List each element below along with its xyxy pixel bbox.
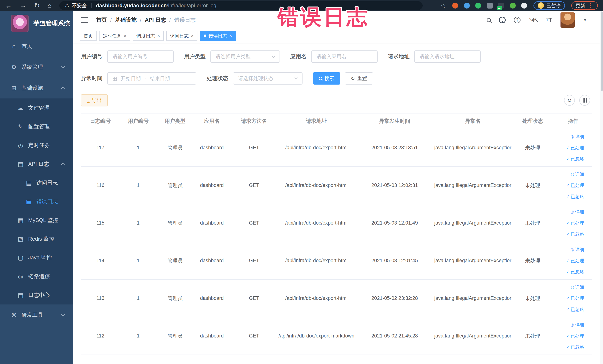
browser-menu-icon[interactable]: ⋮ [587, 2, 593, 9]
close-icon[interactable]: × [157, 33, 160, 38]
user-avatar[interactable] [560, 12, 575, 28]
process-status-select[interactable]: 请选择处理状态 [233, 72, 302, 84]
detail-link[interactable]: ◎详细 [570, 209, 584, 215]
sidebar-item-mysql-monitor[interactable]: ▦MySQL 监控 [0, 211, 73, 230]
user-id-input[interactable]: 请输入用户编号 [107, 50, 174, 63]
sidebar-item-trace[interactable]: ◎链路追踪 [0, 267, 73, 286]
processed-link[interactable]: ✓已处理 [566, 145, 584, 151]
sidebar-item-file-manage[interactable]: ☁文件管理 [0, 98, 73, 117]
tab-访问日志[interactable]: 访问日志× [166, 31, 197, 41]
cell-exception: java.lang.IllegalArgumentException [434, 166, 511, 204]
check-icon: ✓ [566, 156, 570, 161]
devtools-icon: ⚒ [10, 312, 18, 318]
sidebar-item-label: 首页 [22, 42, 32, 50]
sidebar-item-access-log[interactable]: ▤访问日志 [0, 173, 73, 192]
cell-exception: java.lang.IllegalArgumentException [434, 280, 511, 317]
download-icon: ↓ [87, 98, 90, 103]
breadcrumb-item[interactable]: 首页 [96, 16, 107, 24]
ignored-link[interactable]: ✓已忽略 [566, 194, 584, 200]
cell-actions: ◎详细✓已处理✓已忽略 [554, 204, 592, 242]
sidebar-item-infrastructure[interactable]: ⊞基础设施 [0, 78, 73, 98]
check-icon: ✓ [566, 334, 570, 338]
processed-link[interactable]: ✓已处理 [566, 295, 584, 301]
close-icon[interactable]: × [229, 33, 232, 38]
sidebar-item-scheduled-job[interactable]: ◷定时任务 [0, 136, 73, 155]
sidebar-item-error-log[interactable]: ▤错误日志 [0, 192, 73, 211]
help-icon[interactable]: ? [514, 17, 521, 23]
sidebar-item-label: 访问日志 [36, 179, 58, 187]
refresh-table-button[interactable]: ↻ [564, 95, 575, 106]
security-label[interactable]: 不安全 [72, 2, 87, 9]
browser-reload-icon[interactable]: ↻ [34, 2, 40, 9]
column-settings-button[interactable] [579, 95, 590, 106]
close-icon[interactable]: × [191, 33, 194, 38]
app-name-input[interactable]: 请输入应用名 [311, 50, 378, 63]
sidebar-logo-row[interactable]: 芋道管理系统 [0, 11, 73, 35]
chrome-update-badge[interactable]: 更新 ⋮ [571, 1, 598, 10]
processed-link[interactable]: ✓已处理 [566, 333, 584, 339]
ignored-link[interactable]: ✓已忽略 [566, 156, 584, 162]
font-size-icon[interactable]: TT [546, 16, 552, 23]
breadcrumb-item[interactable]: API 日志 [145, 16, 166, 24]
date-range-picker[interactable]: ▦ 开始日期 - 结束日期 [107, 72, 196, 84]
hamburger-icon[interactable] [81, 17, 88, 23]
close-icon[interactable]: × [124, 33, 127, 38]
tab-错误日志[interactable]: 错误日志× [200, 31, 236, 41]
tab-首页[interactable]: 首页 [80, 31, 97, 41]
processed-link[interactable]: ✓已处理 [566, 258, 584, 264]
request-url-input[interactable]: 请输入请求地址 [414, 50, 481, 63]
sidebar-item-log-center[interactable]: ▤日志中心 [0, 286, 73, 305]
processed-link[interactable]: ✓已处理 [566, 182, 584, 188]
ignored-link[interactable]: ✓已忽略 [566, 306, 584, 312]
browser-home-icon[interactable]: ⌂ [47, 2, 52, 9]
extension-blue-shield-icon[interactable] [464, 3, 470, 9]
ignored-link[interactable]: ✓已忽略 [566, 269, 584, 275]
browser-back-icon[interactable]: ← [5, 2, 12, 9]
sidebar-item-redis-monitor[interactable]: ▧Redis 监控 [0, 230, 73, 248]
ignored-link[interactable]: ✓已忽略 [566, 231, 584, 237]
paused-label: 已暂停 [546, 2, 561, 9]
reset-button[interactable]: ↻重置 [345, 72, 373, 84]
sidebar-item-api-log[interactable]: ▤API 日志 [0, 155, 73, 173]
extension-green-check-icon[interactable] [475, 3, 481, 9]
sidebar-item-gear[interactable]: ⚙系统管理 [0, 57, 73, 78]
active-tab-dot-icon [204, 35, 206, 37]
detail-link[interactable]: ◎详细 [570, 134, 584, 140]
fullscreen-icon[interactable]: ⇲⇱ [529, 16, 538, 24]
breadcrumb-item[interactable]: 基础设施 [115, 16, 137, 24]
extension-puzzle-icon[interactable] [521, 3, 527, 9]
sidebar-item-label: Java 监控 [28, 254, 52, 261]
cell-app: dashboard [194, 317, 231, 355]
search-icon[interactable] [487, 18, 491, 22]
eye-icon: ◎ [570, 247, 574, 252]
github-icon[interactable] [499, 17, 506, 23]
export-button[interactable]: ↓导出 [81, 94, 108, 106]
avatar-caret-down-icon[interactable]: ▼ [583, 18, 587, 23]
detail-link[interactable]: ◎详细 [570, 247, 584, 253]
detail-link[interactable]: ◎详细 [570, 284, 584, 290]
cell-method: GET [230, 242, 278, 280]
scrollbar-thumb[interactable] [601, 12, 603, 91]
extension-orange-icon[interactable] [452, 3, 458, 9]
search-button[interactable]: 搜索 [313, 72, 340, 84]
sidebar-item-devtools[interactable]: ⚒研发工具 [0, 305, 73, 325]
scrollbar[interactable] [600, 11, 603, 364]
sidebar-item-config-manage[interactable]: ✎配置管理 [0, 117, 73, 136]
column-header: 异常名 [434, 113, 511, 129]
detail-link[interactable]: ◎详细 [570, 171, 584, 177]
extension-leaf-icon[interactable] [510, 3, 516, 9]
bookmark-star-icon[interactable]: ☆ [441, 2, 446, 9]
extension-grid-icon[interactable] [487, 3, 493, 9]
filter-user-id: 用户编号 请输入用户编号 [81, 50, 174, 63]
tampermonkey-paused-badge[interactable]: 已暂停 [533, 1, 565, 10]
sidebar-item-home[interactable]: ⌂首页 [0, 35, 73, 57]
detail-link[interactable]: ◎详细 [570, 322, 584, 328]
processed-link[interactable]: ✓已处理 [566, 220, 584, 226]
browser-forward-icon[interactable]: → [20, 2, 26, 9]
tab-调度日志[interactable]: 调度日志× [133, 31, 164, 41]
user-type-select[interactable]: 请选择用户类型 [210, 50, 280, 63]
tab-定时任务[interactable]: 定时任务× [99, 31, 130, 41]
ignored-link[interactable]: ✓已忽略 [566, 344, 584, 350]
sidebar-item-java-monitor[interactable]: ▢Java 监控 [0, 248, 73, 267]
extension-dark-icon[interactable]: on [498, 3, 504, 9]
